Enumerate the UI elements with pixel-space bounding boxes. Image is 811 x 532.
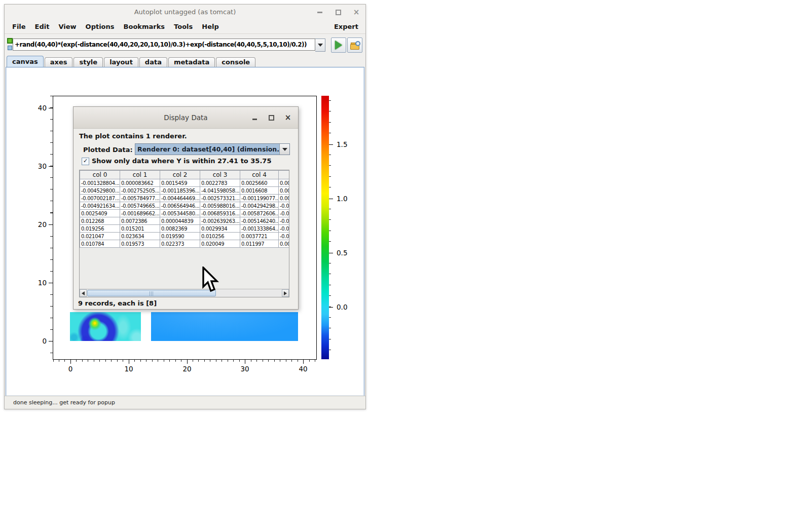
table-cell[interactable]: 0.000044839 [160, 217, 200, 225]
heatmap-strip-left[interactable] [70, 312, 141, 341]
table-cell[interactable]: 0.015201 [120, 225, 160, 233]
table-header[interactable]: col 1 [120, 171, 160, 179]
menu-help[interactable]: Help [197, 23, 223, 30]
table-cell[interactable]: 0.019573 [120, 240, 160, 248]
table-cell[interactable]: 0.010784 [80, 240, 120, 248]
records-summary: 9 records, each is [8] [78, 299, 157, 307]
table-cell[interactable]: 0.0016608 [240, 187, 279, 195]
table-cell[interactable]: -0.005784977... [120, 195, 160, 202]
table-cell[interactable]: 0.00 [279, 240, 289, 248]
window-titlebar[interactable]: Autoplot untagged (as tomcat) × [5, 5, 365, 20]
table-cell[interactable]: -0.004464469... [160, 195, 200, 202]
inspect-uri-button[interactable] [347, 37, 362, 53]
horizontal-scrollbar[interactable] [80, 289, 289, 297]
table-header[interactable]: col 0 [80, 171, 120, 179]
table-cell[interactable]: 0.0025409 [80, 210, 120, 217]
minimize-icon [317, 12, 322, 13]
table-cell[interactable]: 0.020049 [200, 240, 240, 248]
menu-bookmarks[interactable]: Bookmarks [119, 23, 170, 30]
tab-axes[interactable]: axes [45, 57, 73, 67]
table-cell[interactable]: -0.0 [279, 233, 289, 240]
table-cell[interactable]: 0.00 [279, 195, 289, 202]
go-button[interactable] [331, 37, 346, 53]
close-button[interactable]: × [353, 9, 359, 15]
combo-dropdown-button[interactable] [279, 144, 289, 155]
tab-canvas[interactable]: canvas [7, 56, 44, 67]
table-cell[interactable]: 0.019256 [80, 225, 120, 233]
table-cell[interactable]: -0.002573321... [200, 195, 240, 202]
table-cell[interactable]: 0.0022783 [200, 179, 240, 187]
table-cell[interactable]: 0.021047 [80, 233, 120, 240]
menu-file[interactable]: File [8, 23, 30, 30]
table-cell[interactable]: 0.010256 [200, 233, 240, 240]
minimize-button[interactable] [317, 9, 323, 15]
table-cell[interactable]: 0.00 [279, 179, 289, 187]
table-cell[interactable]: 0.0029934 [200, 225, 240, 233]
table-cell[interactable]: 0.0072386 [120, 217, 160, 225]
uri-input[interactable] [13, 39, 315, 51]
table-cell[interactable]: -0.0 [279, 217, 289, 225]
table-cell[interactable]: 0.011997 [240, 240, 279, 248]
tab-style[interactable]: style [73, 57, 103, 67]
tab-layout[interactable]: layout [104, 57, 138, 67]
menu-expert[interactable]: Expert [329, 23, 362, 30]
table-cell[interactable]: -0.006859316... [200, 210, 240, 217]
table-cell[interactable]: 0.023634 [120, 233, 160, 240]
tab-metadata[interactable]: metadata [168, 57, 215, 67]
table-cell[interactable]: -0.005872606... [240, 210, 279, 217]
table-cell[interactable]: -0.004529800... [80, 187, 120, 195]
table-header[interactable] [279, 171, 289, 179]
table-cell[interactable]: -0.005749665... [120, 202, 160, 210]
dialog-maximize-button[interactable] [268, 115, 274, 121]
table-cell[interactable]: 0.019590 [160, 233, 200, 240]
dialog-titlebar[interactable]: Display Data × [73, 107, 298, 129]
table-header[interactable]: col 3 [200, 171, 240, 179]
table-cell[interactable]: -0.001689662... [120, 210, 160, 217]
table-cell[interactable]: -0.0 [279, 225, 289, 233]
table-cell[interactable]: -0.005344580... [160, 210, 200, 217]
table-cell[interactable]: -0.005988016... [200, 202, 240, 210]
table-header[interactable]: col 2 [160, 171, 200, 179]
table-header-row: col 0 col 1 col 2 col 3 col 4 [80, 171, 289, 179]
table-cell[interactable]: -0.001199077... [240, 195, 279, 202]
table-cell[interactable]: -0.004294298... [240, 202, 279, 210]
table-cell[interactable]: 0.00 [279, 187, 289, 195]
table-cell[interactable]: 0.022373 [160, 240, 200, 248]
table-cell[interactable]: -4.041598058... [200, 187, 240, 195]
menu-options[interactable]: Options [81, 23, 119, 30]
table-cell[interactable]: 0.0082369 [160, 225, 200, 233]
dialog-close-button[interactable]: × [285, 115, 291, 121]
maximize-button[interactable] [335, 9, 341, 15]
table-cell[interactable]: -0.001185396... [160, 187, 200, 195]
table-header[interactable]: col 4 [240, 171, 279, 179]
table-cell[interactable]: -0.007002187... [80, 195, 120, 202]
tab-data[interactable]: data [139, 57, 167, 67]
table-cell[interactable]: 0.0015459 [160, 179, 200, 187]
colorbar[interactable] [321, 96, 329, 359]
table-cell[interactable]: 0.000083662 [120, 179, 160, 187]
table-cell[interactable]: -0.006564946... [160, 202, 200, 210]
dialog-minimize-button[interactable] [251, 115, 257, 121]
menu-tools[interactable]: Tools [169, 23, 197, 30]
table-cell[interactable]: -0.0 [279, 210, 289, 217]
filter-checkbox[interactable]: ✓ [82, 158, 89, 165]
table-cell[interactable]: 0.012268 [80, 217, 120, 225]
menu-edit[interactable]: Edit [30, 23, 54, 30]
scroll-right-button[interactable] [282, 289, 289, 297]
table-cell[interactable]: -0.002639263... [200, 217, 240, 225]
uri-dropdown-button[interactable] [315, 39, 325, 52]
heatmap-strip-right[interactable] [151, 312, 298, 341]
table-cell[interactable]: -0.001328804... [80, 179, 120, 187]
table-cell[interactable]: -0.004921634... [80, 202, 120, 210]
tab-console[interactable]: console [216, 57, 255, 67]
table-cell[interactable]: 0.0025660 [240, 179, 279, 187]
table-cell[interactable]: 0.0037721 [240, 233, 279, 240]
table-cell[interactable]: -0.0 [279, 202, 289, 210]
table-cell[interactable]: -0.005146240... [240, 217, 279, 225]
table-cell[interactable]: -0.001333864... [240, 225, 279, 233]
plotted-data-select[interactable]: Renderer 0: dataset[40,40] (dimension... [135, 143, 290, 155]
menu-view[interactable]: View [54, 23, 81, 30]
table-cell[interactable]: -0.002752505... [120, 187, 160, 195]
scrollbar-thumb[interactable] [87, 290, 216, 296]
scroll-left-button[interactable] [80, 289, 87, 297]
